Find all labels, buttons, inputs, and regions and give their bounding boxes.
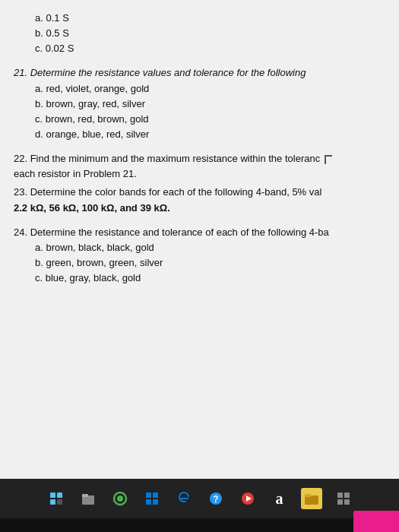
text-app-icon[interactable]: a <box>268 486 292 511</box>
svg-rect-10 <box>146 499 151 505</box>
file-manager-icon[interactable] <box>76 486 100 511</box>
edge-browser-icon[interactable] <box>172 486 196 511</box>
list-item: a. 0.1 S <box>14 11 385 26</box>
list-item: c. brown, red, brown, gold <box>14 112 385 127</box>
cursor-icon <box>325 155 332 164</box>
svg-rect-21 <box>344 499 350 505</box>
svg-rect-8 <box>146 492 151 498</box>
question-21-text: 21. Determine the resistance values and … <box>14 65 385 81</box>
svg-rect-5 <box>82 494 88 497</box>
svg-rect-1 <box>57 492 62 498</box>
list-item: b. brown, gray, red, silver <box>14 97 385 112</box>
question-22-text2: each resistor in Problem 21. <box>14 166 385 182</box>
list-item: a. brown, black, black, gold <box>14 240 385 255</box>
svg-rect-11 <box>153 499 158 505</box>
question-block-prior: a. 0.1 S b. 0.5 S c. 0.02 S <box>14 11 385 56</box>
svg-rect-2 <box>50 499 55 505</box>
svg-rect-9 <box>153 492 158 498</box>
list-item: b. green, brown, green, silver <box>14 255 385 271</box>
taskbar: ? a <box>0 479 399 518</box>
letter-a: a <box>276 490 283 508</box>
svg-text:?: ? <box>213 494 218 505</box>
play-icon[interactable] <box>236 486 260 511</box>
svg-rect-0 <box>50 492 55 498</box>
svg-point-7 <box>117 496 123 502</box>
question-23-text: 23. Determine the color bands for each o… <box>14 185 385 200</box>
list-item: a. red, violet, orange, gold <box>14 81 385 97</box>
resistor-values: 2.2 kΩ, 56 kΩ, 100 kΩ, and 39 kΩ. <box>14 202 170 214</box>
svg-rect-18 <box>337 492 343 498</box>
circle-browser-icon[interactable] <box>108 486 132 511</box>
list-item: c. 0.02 S <box>14 41 385 56</box>
pink-corner-accent <box>353 511 399 532</box>
question-23-values: 2.2 kΩ, 56 kΩ, 100 kΩ, and 39 kΩ. <box>14 201 385 216</box>
item-label: b. 0.5 S <box>35 27 69 39</box>
help-icon[interactable]: ? <box>204 486 228 511</box>
question-24: 24. Determine the resistance and toleran… <box>14 225 385 287</box>
svg-rect-17 <box>305 494 311 497</box>
question-22-text: 22. Find the minimum and the maximum res… <box>14 151 385 166</box>
question-22: 22. Find the minimum and the maximum res… <box>14 151 385 182</box>
folder-icon[interactable] <box>299 486 324 511</box>
question-23: 23. Determine the color bands for each o… <box>14 185 385 215</box>
question-21: 21. Determine the resistance values and … <box>14 65 385 142</box>
item-label: c. 0.02 S <box>35 43 74 54</box>
svg-rect-3 <box>57 499 62 505</box>
grid-taskbar-icon[interactable] <box>331 486 356 511</box>
document-content: a. 0.1 S b. 0.5 S c. 0.02 S 21. Determin… <box>0 0 399 479</box>
windows-icon[interactable] <box>140 486 164 511</box>
corner-taskbar-icon[interactable] <box>44 486 68 511</box>
item-label: a. 0.1 S <box>35 12 69 24</box>
bottom-bar <box>0 518 399 532</box>
svg-rect-20 <box>337 499 343 505</box>
question-24-text: 24. Determine the resistance and toleran… <box>14 225 385 240</box>
list-item: c. blue, gray, black, gold <box>14 271 385 286</box>
svg-rect-19 <box>344 492 350 498</box>
folder-yellow-box <box>301 488 322 509</box>
list-item: b. 0.5 S <box>14 26 385 41</box>
list-item: d. orange, blue, red, silver <box>14 127 385 142</box>
